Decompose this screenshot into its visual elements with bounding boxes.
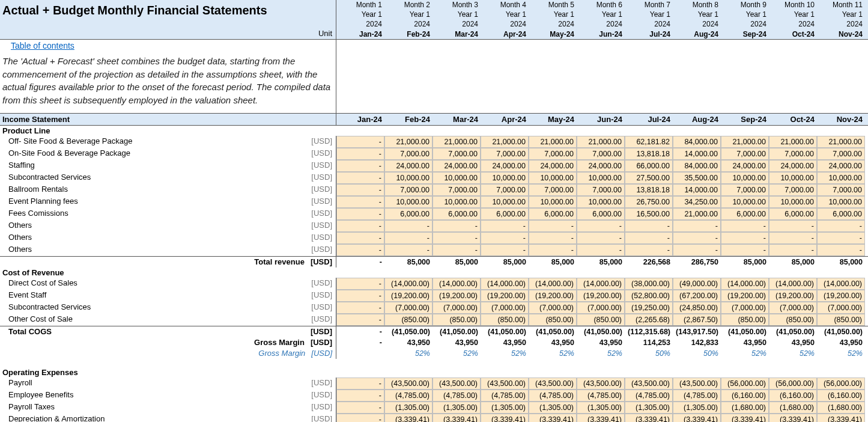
cell: 24,000.00	[529, 160, 577, 172]
header: Actual + Budget Monthly Financial Statem…	[0, 0, 868, 40]
cell: -	[721, 220, 769, 232]
cell: (7,000.00)	[769, 302, 817, 314]
cell: (3,339.41)	[432, 414, 481, 422]
cell: (3,339.41)	[481, 414, 529, 422]
cell: (4,785.00)	[673, 390, 721, 402]
cell: 52%	[817, 348, 865, 359]
line-label: Others	[8, 244, 32, 256]
cell: (43,500.00)	[481, 378, 529, 390]
cell: (143,917.50)	[673, 326, 721, 337]
gross-margin-pct-label: Gross Margin	[258, 348, 305, 359]
cell: (41,050.00)	[481, 326, 529, 337]
cell: -	[577, 220, 625, 232]
cell: 7,000.00	[577, 148, 625, 160]
cell: -	[481, 244, 529, 256]
cell: 52%	[529, 348, 577, 359]
month-header: Month 3Year 12024Mar-24	[432, 0, 481, 39]
cell: (19,200.00)	[432, 290, 481, 302]
total-revenue-row: Total revenue [USD] -85,00085,00085,0008…	[0, 256, 868, 268]
month-header: Month 4Year 12024Apr-24	[481, 0, 529, 39]
cell: -	[481, 220, 529, 232]
cell: 34,250.00	[673, 196, 721, 208]
line-unit: [USD]	[311, 220, 332, 232]
line-unit: [USD]	[311, 136, 332, 148]
cell: -	[336, 390, 384, 402]
cell: 10,000.00	[721, 196, 769, 208]
cell: 43,950	[529, 337, 577, 348]
cell: 27,500.00	[625, 172, 673, 184]
description-text: The 'Actual + Forecast' sheet combines t…	[0, 52, 336, 113]
cell: (19,200.00)	[769, 290, 817, 302]
product-line-row: Others[USD]-----------	[0, 244, 868, 256]
line-unit: [USD]	[311, 160, 332, 172]
cell: 24,000.00	[721, 160, 769, 172]
cell: -	[673, 220, 721, 232]
cell: 52%	[481, 348, 529, 359]
cell: 85,000	[577, 257, 625, 268]
unit-label: Unit	[318, 29, 332, 38]
month-header: Month 8Year 12024Aug-24	[673, 0, 721, 39]
cell: (19,200.00)	[529, 290, 577, 302]
total-revenue-label: Total revenue	[254, 257, 305, 268]
cell: 50%	[625, 348, 673, 359]
income-statement-label: Income Statement	[0, 114, 336, 125]
month-header: Month 2Year 12024Feb-24	[384, 0, 432, 39]
cell: (41,050.00)	[432, 326, 481, 337]
opex-line-row: Depreciation & Amortization[USD]-(3,339.…	[0, 414, 868, 422]
line-label: Fees Comissions	[8, 208, 68, 220]
cell: (56,000.00)	[721, 378, 769, 390]
opex-line-row: Payroll[USD]-(43,500.00)(43,500.00)(43,5…	[0, 378, 868, 390]
cell: 7,000.00	[481, 184, 529, 196]
cell: 52%	[384, 348, 432, 359]
cell: 10,000.00	[529, 196, 577, 208]
cell: (19,200.00)	[481, 290, 529, 302]
month-header: Month 10Year 12024Oct-24	[769, 0, 817, 39]
cell: 43,950	[432, 337, 481, 348]
cell: (56,000.00)	[769, 378, 817, 390]
cell: 114,253	[625, 337, 673, 348]
cell: 13,818.18	[625, 148, 673, 160]
product-line-row: Others[USD]-----------	[0, 220, 868, 232]
total-revenue-unit: [USD]	[311, 257, 332, 268]
cell: (2,867.50)	[673, 314, 721, 326]
cell: 85,000	[432, 257, 481, 268]
product-line-row: On-Site Food & Beverage Package[USD]-7,0…	[0, 148, 868, 160]
cost-line-row: Event Staff[USD]-(19,200.00)(19,200.00)(…	[0, 290, 868, 302]
cell: 7,000.00	[432, 148, 481, 160]
cell: 142,833	[673, 337, 721, 348]
line-unit: [USD]	[311, 232, 332, 244]
cell: -	[336, 172, 384, 184]
cell: (850.00)	[481, 314, 529, 326]
cell: (7,000.00)	[432, 302, 481, 314]
cell: 24,000.00	[432, 160, 481, 172]
cell: 7,000.00	[529, 148, 577, 160]
month-col-header: Oct-24	[769, 114, 817, 125]
cell: 7,000.00	[577, 184, 625, 196]
cell: 84,000.00	[673, 136, 721, 148]
cell: -	[721, 232, 769, 244]
cell: -	[769, 244, 817, 256]
cell: 21,000.00	[673, 208, 721, 220]
month-col-header: Jun-24	[577, 114, 625, 125]
cell: 6,000.00	[481, 208, 529, 220]
cell: -	[625, 232, 673, 244]
cell: 62,181.82	[625, 136, 673, 148]
cell: (43,500.00)	[529, 378, 577, 390]
cell: 10,000.00	[481, 196, 529, 208]
cell: -	[769, 220, 817, 232]
cell: (3,339.41)	[529, 414, 577, 422]
cell: 43,950	[721, 337, 769, 348]
cell: (4,785.00)	[577, 390, 625, 402]
cell: 85,000	[529, 257, 577, 268]
toc-link[interactable]: Table of contents	[8, 40, 77, 52]
cell: (43,500.00)	[625, 378, 673, 390]
cell: 6,000.00	[721, 208, 769, 220]
product-line-row: Fees Comissions[USD]-6,000.006,000.006,0…	[0, 208, 868, 220]
cell: 10,000.00	[769, 196, 817, 208]
cell: (4,785.00)	[384, 390, 432, 402]
product-line-row: Others[USD]-----------	[0, 232, 868, 244]
cell: 10,000.00	[577, 172, 625, 184]
cell: -	[625, 244, 673, 256]
month-col-header: May-24	[529, 114, 577, 125]
cell: (4,785.00)	[432, 390, 481, 402]
